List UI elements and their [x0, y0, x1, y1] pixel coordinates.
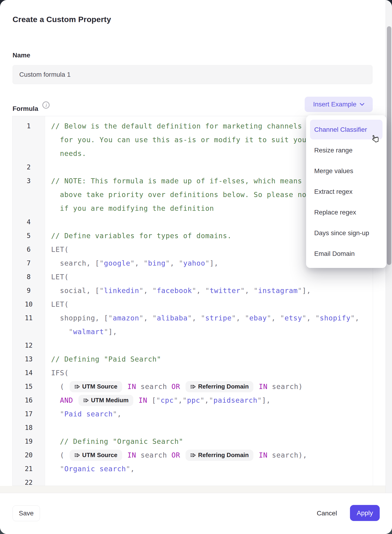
insert-example-label: Insert Example [313, 101, 356, 108]
menu-item-extract-regex[interactable]: Extract regex [306, 181, 387, 202]
formula-label: Formula [13, 105, 38, 113]
line-number: 13 [13, 355, 45, 363]
code-token: cpc [160, 396, 174, 404]
code-token: " [232, 314, 236, 322]
code-line: // Defining "Paid Search" [45, 355, 161, 363]
cancel-button[interactable]: Cancel [314, 506, 340, 521]
footer-divider [0, 486, 392, 493]
code-token: shopping, [ [51, 314, 108, 322]
code-line: shopping, ["amazon", "alibaba", "stripe"… [45, 314, 359, 322]
code-token: LET( [51, 273, 69, 281]
code-token [254, 383, 259, 391]
line-number: 3 [13, 177, 45, 185]
line-number: 16 [13, 397, 45, 404]
line-number: 5 [13, 232, 45, 240]
code-line: "walmart"], [45, 328, 117, 336]
property-chip[interactable]: Referring Domain [186, 381, 253, 392]
code-line: "Paid search", [45, 410, 121, 418]
code-token: " [351, 314, 355, 322]
property-chip-label: UTM Medium [91, 397, 129, 404]
save-button[interactable]: Save [13, 506, 40, 521]
code-token: , [205, 396, 209, 404]
code-row: 22 [13, 476, 386, 486]
code-row: 15 ( UTM Source IN search OR Referring D… [13, 380, 386, 393]
apply-button[interactable]: Apply [350, 505, 380, 521]
code-token: " [113, 410, 117, 418]
code-token: , [144, 287, 152, 295]
code-token: stripe [205, 314, 232, 322]
info-icon: i [42, 101, 50, 109]
code-token: ppc [187, 396, 200, 404]
code-token [51, 396, 60, 404]
code-token: " [205, 259, 210, 267]
line-number: 18 [13, 424, 45, 431]
code-token: " [139, 314, 144, 322]
code-token: above take priority over definitions bel… [51, 191, 315, 199]
property-chip[interactable]: UTM Source [70, 381, 122, 392]
code-row: 18 [13, 421, 386, 435]
code-token: , [117, 410, 121, 418]
property-chip[interactable]: UTM Source [70, 450, 122, 461]
code-line: ( UTM Source IN search OR Referring Doma… [45, 450, 307, 461]
code-line: for you. You can use this as-is or modif… [45, 136, 311, 144]
property-chip-label: Referring Domain [198, 452, 249, 459]
code-token: ], [210, 259, 219, 267]
name-input[interactable] [13, 65, 373, 84]
scrollbar-thumb[interactable] [387, 26, 391, 265]
code-token: " [126, 465, 130, 473]
code-line: // NOTE: This formula is made up of if-e… [45, 177, 302, 185]
code-token: " [130, 259, 135, 267]
menu-item-label: Extract regex [310, 182, 383, 202]
code-token: search [136, 383, 171, 391]
line-number: 14 [13, 369, 45, 377]
property-chip[interactable]: Referring Domain [186, 450, 253, 461]
code-token: ebay [249, 314, 267, 322]
code-token: , [135, 259, 144, 267]
code-token: " [60, 465, 64, 473]
code-token: IN [259, 383, 267, 391]
code-token: " [240, 287, 245, 295]
menu-item-label: Merge values [310, 161, 383, 181]
code-token: walmart [73, 328, 104, 336]
code-token: IN [127, 451, 136, 459]
menu-item-merge-values[interactable]: Merge values [306, 161, 387, 181]
code-row: 17 "Paid search", [13, 407, 386, 421]
code-token: Paid search [64, 410, 113, 418]
code-token: LET( [51, 300, 69, 308]
code-token: // Defining "Organic Search" [51, 437, 183, 445]
code-token: " [302, 314, 307, 322]
code-token: OR [171, 451, 180, 459]
property-list-arrow-icon [74, 384, 80, 389]
property-list-arrow-icon [190, 452, 196, 458]
code-token: IFS( [51, 369, 69, 377]
code-token: " [100, 287, 104, 295]
menu-item-days-since-sign-up[interactable]: Days since sign-up [306, 223, 387, 243]
code-token: twitter [210, 287, 241, 295]
code-token: ], [262, 396, 271, 404]
code-token [180, 451, 185, 459]
code-token: " [209, 396, 213, 404]
code-token: " [166, 259, 170, 267]
line-number: 21 [13, 465, 45, 473]
code-token: linkedin [104, 287, 139, 295]
code-token: " [192, 287, 196, 295]
insert-example-button[interactable]: Insert Example [305, 97, 373, 112]
code-token: " [245, 314, 249, 322]
code-token: amazon [113, 314, 139, 322]
property-chip[interactable]: UTM Medium [79, 395, 133, 406]
code-token: social, [ [51, 287, 100, 295]
code-token: ], [302, 287, 311, 295]
code-token: etsy [285, 314, 302, 322]
code-token: " [104, 328, 108, 336]
code-token [134, 396, 139, 404]
line-number: 1 [13, 122, 45, 130]
code-token: instagram [258, 287, 298, 295]
menu-item-email-domain[interactable]: Email Domain [306, 243, 387, 264]
line-number: 19 [13, 438, 45, 445]
code-token: yahoo [183, 259, 205, 267]
menu-item-replace-regex[interactable]: Replace regex [306, 202, 387, 223]
code-token: // Defining "Paid Search" [51, 355, 161, 363]
code-line: social, ["linkedin", "facebook", "twitte… [45, 287, 311, 295]
code-token [51, 328, 69, 336]
line-number: 6 [13, 246, 45, 253]
